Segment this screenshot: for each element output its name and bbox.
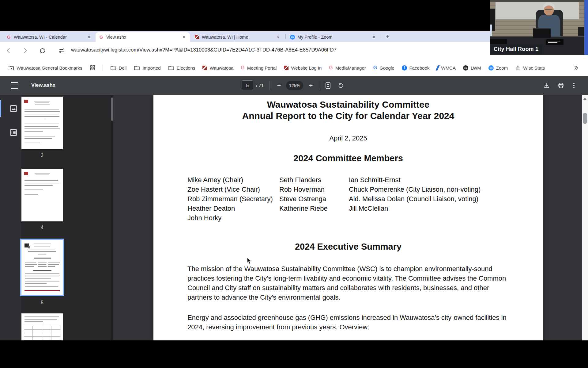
thumbnail-page-3[interactable] [21, 97, 63, 149]
bookmark-label: Elections [177, 65, 195, 71]
scrollbar-up-arrow[interactable] [583, 98, 586, 100]
bookmark-lwm[interactable]: LWM [463, 65, 481, 71]
bookmark-label: LWM [471, 65, 481, 71]
bookmarks-overflow-chevron[interactable] [574, 66, 579, 70]
thumbnail-panel-scrollbar[interactable] [111, 95, 113, 340]
document-date: April 2, 2025 [153, 134, 543, 142]
laptop [533, 28, 551, 38]
speaker-glasses [545, 9, 552, 10]
bookmark-label: Website Log In [291, 65, 322, 71]
bookmark-zoom[interactable]: Zoom [488, 65, 508, 71]
thumbnail-page-number: 3 [21, 153, 63, 158]
capitol-icon [515, 65, 521, 70]
zoom-icon [488, 65, 494, 71]
thumbnail-page-5-selected[interactable] [21, 240, 63, 295]
bookmark-facebook[interactable]: Facebook [402, 65, 430, 71]
speaker-face [544, 6, 554, 15]
new-tab-button[interactable] [384, 33, 391, 40]
site-settings-icon[interactable] [57, 46, 67, 56]
close-icon[interactable] [181, 34, 187, 40]
toolbar-separator [320, 81, 320, 90]
outline-view-icon[interactable] [7, 126, 20, 139]
page-number-input[interactable] [242, 80, 253, 90]
document-title-line1: Wauwatosa Sustainability Committee [153, 99, 543, 110]
reload-button[interactable] [37, 46, 47, 56]
tab-title: Wauwatosa, WI - Calendar [14, 35, 84, 40]
bookmarks-separator [103, 64, 103, 71]
rotate-button[interactable] [336, 80, 346, 91]
bookmark-wauwatosa[interactable]: Wauwatosa [202, 65, 233, 71]
scrollbar-thumb[interactable] [583, 113, 587, 124]
bookmark-dell[interactable]: Dell [110, 65, 127, 71]
meeting-video-feed: City Hall Room 1 [490, 0, 588, 55]
bookmark-mediamanager[interactable]: MediaManager [329, 65, 366, 71]
close-icon[interactable] [86, 34, 92, 40]
desk-panel [490, 39, 507, 44]
member-name: Jill McClellan [349, 204, 481, 213]
pdf-content-area: 3 4 [0, 95, 588, 340]
pdf-toolbar: View.ashx / 71 125% [0, 76, 588, 95]
member-name: Ald. Melissa Dolan (Council Liaison, vot… [349, 194, 481, 204]
close-icon[interactable] [371, 34, 377, 40]
bookmark-website-login[interactable]: Website Log In [284, 65, 322, 71]
apps-grid-icon[interactable] [90, 65, 95, 71]
thumbnail-page-4[interactable] [21, 169, 63, 221]
nameplate [546, 39, 564, 45]
bookmark-elections[interactable]: Elections [168, 65, 195, 71]
thumbnails-view-icon[interactable] [7, 102, 20, 115]
ceiling-edge [490, 0, 588, 2]
bookmark-folder-managed[interactable]: Wauwatosa General Bookmarks [7, 65, 82, 71]
bookmark-label: WMCA [441, 65, 456, 71]
member-name: Katherine Riebe [279, 204, 328, 213]
download-button[interactable] [541, 80, 552, 91]
bookmark-label: Dell [119, 65, 127, 71]
more-options-icon[interactable] [573, 83, 575, 84]
lwm-icon [463, 65, 468, 71]
pdf-vertical-scrollbar[interactable] [582, 95, 588, 340]
scrollbar-thumb[interactable] [111, 98, 113, 121]
letterhead-logo [24, 243, 29, 247]
bookmark-meeting-portal[interactable]: Meeting Portal [241, 65, 277, 71]
tab-wauwatosa-calendar[interactable]: Wauwatosa, WI - Calendar [3, 32, 95, 42]
bookmark-wisc-stats[interactable]: Wisc Stats [515, 65, 545, 71]
back-button[interactable] [4, 46, 13, 56]
thumbnail-page-6[interactable] [21, 313, 63, 340]
member-name: John Horky [187, 213, 273, 223]
menu-icon[interactable] [11, 82, 18, 89]
letterhead-logo [24, 172, 28, 175]
tab-zoom-profile[interactable]: My Profile - Zoom [287, 32, 380, 42]
bookmark-imported[interactable]: Imported [134, 65, 160, 71]
folder-gear-icon [7, 65, 14, 71]
forward-button[interactable] [20, 46, 30, 56]
red-rule [24, 290, 60, 291]
bookmark-label: Meeting Portal [247, 65, 277, 71]
member-name: Rob Zimmerman (Secretary) [187, 194, 273, 204]
zoom-out-button[interactable] [274, 80, 284, 91]
folder-icon [110, 65, 116, 70]
url-input[interactable]: wauwatosacitywi.legistar.com/View.ashx?M… [71, 47, 337, 53]
summary-paragraph-1: The mission of the Wauwatosa Sustainabil… [187, 264, 511, 302]
bookmark-google[interactable]: Google [373, 65, 394, 71]
bookmark-label: Zoom [496, 65, 508, 71]
wmca-icon [436, 65, 440, 71]
bookmark-label: Wauwatosa [209, 65, 233, 71]
member-name: Ian Schmitt-Ernst [349, 175, 481, 185]
zoom-level-display[interactable]: 125% [286, 81, 303, 90]
close-icon[interactable] [276, 34, 281, 40]
zoom-icon [290, 35, 295, 40]
tab-view-ashx[interactable]: View.ashx [96, 32, 190, 42]
bookmark-label: Wisc Stats [523, 65, 545, 71]
print-button[interactable] [556, 80, 566, 91]
tab-separator [285, 34, 286, 39]
granicus-icon [329, 65, 333, 71]
bookmark-label: Wauwatosa General Bookmarks [17, 65, 82, 71]
tab-title: Wauwatosa, WI | Home [202, 35, 273, 40]
tab-wauwatosa-home[interactable]: Wauwatosa, WI | Home [191, 32, 284, 42]
browser-window: Wauwatosa, WI - Calendar View.ashx Wauwa… [0, 31, 588, 340]
fit-page-button[interactable] [323, 80, 333, 91]
granicus-icon [6, 34, 11, 40]
member-name: Mike Arney (Chair) [187, 175, 273, 185]
room-name-label: City Hall Room 1 [491, 45, 542, 54]
bookmark-wmca[interactable]: WMCA [437, 65, 456, 71]
zoom-in-button[interactable] [306, 80, 316, 91]
